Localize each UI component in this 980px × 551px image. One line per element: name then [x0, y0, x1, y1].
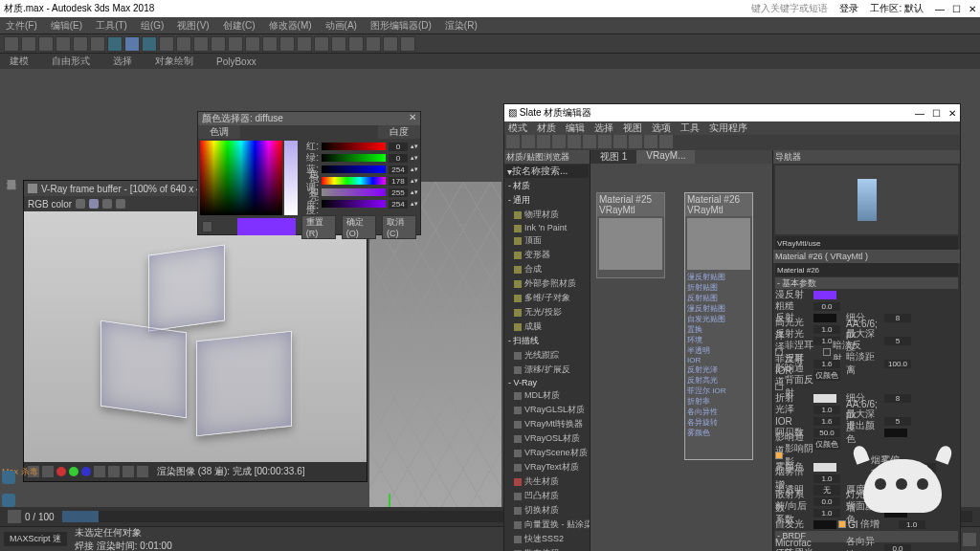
material-node-25[interactable]: Material #25VRayMtl: [596, 192, 665, 278]
render-status: 渲染图像 (38 遍): 完成 [00:00:33.6]: [157, 465, 305, 478]
hue-field[interactable]: [200, 141, 282, 215]
material-preview: [599, 218, 662, 270]
material-node-26[interactable]: Material #26VRayMtl 漫反射贴图折射贴图反射贴图漫反射贴图自发…: [684, 192, 753, 460]
reset-button[interactable]: 重置(R): [301, 215, 336, 239]
channel-g-icon[interactable]: [69, 467, 78, 476]
slate-icon: ▨: [508, 107, 517, 118]
minimize-icon[interactable]: —: [935, 4, 945, 14]
maximize-icon[interactable]: ☐: [952, 4, 961, 14]
main-toolbar: [0, 34, 980, 54]
navigator-preview[interactable]: [775, 165, 958, 234]
color-picker-dialog: 颜色选择器: diffuse✕ 色调白度 红:0▴▾绿:0▴▾蓝:254▴▾色调…: [197, 111, 421, 235]
search-hint[interactable]: 键入关键字或短语: [751, 2, 828, 15]
close-icon[interactable]: ✕: [409, 112, 416, 125]
tool-icon[interactable]: [4, 36, 19, 52]
vfb-icon: [28, 184, 37, 193]
maxscript-label[interactable]: MAXScript 迷: [4, 532, 67, 546]
cloud-icon[interactable]: [2, 471, 15, 484]
login-link[interactable]: 登录: [839, 2, 858, 15]
current-color-swatch: [237, 218, 296, 235]
main-menubar: 文件(F)编辑(E)工具(T)组(G)视图(V)创建(C)修改器(M)动画(A)…: [0, 17, 980, 34]
eyedropper-icon[interactable]: [202, 221, 212, 232]
workspace-label[interactable]: 工作区: 默认: [870, 2, 924, 15]
timeline-toggle-icon[interactable]: [8, 510, 21, 523]
whiteness-slider[interactable]: [284, 141, 298, 215]
channel-r-icon[interactable]: [56, 467, 66, 476]
search-input[interactable]: 按名称搜索...: [512, 165, 568, 178]
app-titlebar: 材质.max - Autodesk 3ds Max 2018 键入关键字或短语 …: [0, 0, 980, 17]
render-output: [24, 211, 367, 462]
close-icon[interactable]: ✕: [969, 4, 976, 14]
ribbon-tabs: 建模 自由形式 选择 对象绘制 PolyBoxx: [0, 54, 980, 69]
parameter-header: Material #26 ( VRayMtl ): [773, 250, 960, 263]
vfb-mode[interactable]: RGB color: [28, 199, 72, 209]
app-title: 材质.max - Autodesk 3ds Max 2018: [4, 2, 154, 15]
vfb-title: V-Ray frame buffer - [100% of 640 x 480]: [41, 184, 215, 194]
node-canvas[interactable]: Material #25VRayMtl Material #26VRayMtl …: [590, 164, 772, 551]
channel-b-icon[interactable]: [81, 467, 91, 476]
shield-icon[interactable]: [2, 494, 15, 507]
cancel-button[interactable]: 取消(C): [382, 215, 416, 239]
ok-button[interactable]: 确定(O): [342, 215, 376, 239]
